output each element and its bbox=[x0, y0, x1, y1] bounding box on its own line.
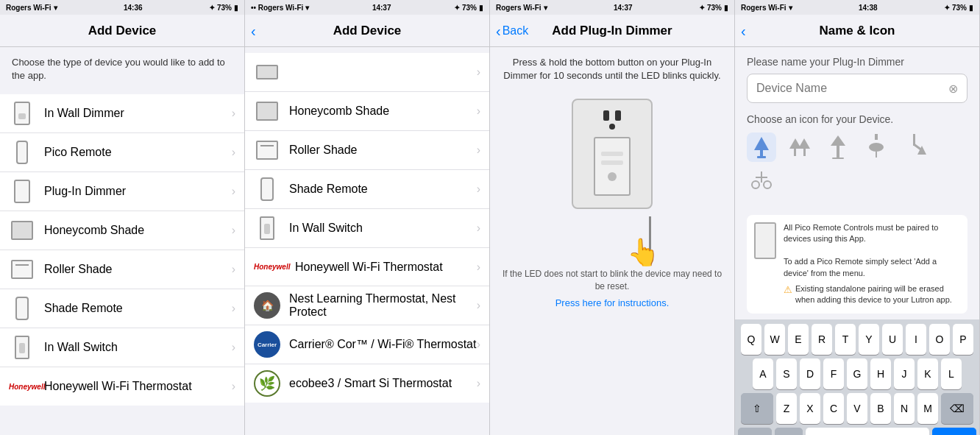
ecobee-icon: 🌿 bbox=[254, 370, 280, 397]
icon-lamp-blue[interactable] bbox=[747, 132, 776, 162]
back-button-2[interactable]: ‹ bbox=[251, 24, 256, 38]
key-s[interactable]: S bbox=[776, 358, 797, 389]
carrier-label: Carrier® Cor™ / Wi-Fi® Thermostat bbox=[289, 338, 477, 351]
list-item-top-partial[interactable]: › bbox=[245, 53, 489, 92]
key-f[interactable]: F bbox=[823, 358, 844, 389]
key-d[interactable]: D bbox=[800, 358, 820, 389]
list-item-shade-remote2[interactable]: Shade Remote › bbox=[245, 170, 489, 209]
list-item-honeycomb2[interactable]: Honeycomb Shade › bbox=[245, 92, 489, 131]
status-bar-2: •• Rogers Wi-Fi ▾ 14:37 ✦ 73%▮ bbox=[245, 0, 489, 15]
svg-rect-9 bbox=[832, 158, 844, 159]
plug-in-dimmer-label: Plug-In Dimmer bbox=[44, 185, 232, 198]
list-item-roller-shade[interactable]: Roller Shade › bbox=[0, 250, 244, 289]
status-bar-4: Rogers Wi-Fi ▾ 14:38 ✦ 73%▮ bbox=[735, 0, 979, 15]
key-x[interactable]: X bbox=[800, 393, 820, 424]
key-p[interactable]: P bbox=[953, 324, 973, 355]
icon-section: Choose an icon for your Device. bbox=[735, 107, 979, 209]
back-button-4[interactable]: ‹ bbox=[741, 24, 746, 38]
in-wall-switch-label-2: In Wall Switch bbox=[289, 222, 477, 235]
list-item-in-wall-dimmer[interactable]: In Wall Dimmer › bbox=[0, 94, 244, 133]
key-u[interactable]: U bbox=[882, 324, 903, 355]
device-name-input[interactable] bbox=[756, 82, 948, 95]
key-b[interactable]: B bbox=[870, 393, 891, 424]
roller-shade-icon bbox=[9, 256, 35, 283]
icon-lamp-cluster[interactable] bbox=[785, 132, 814, 162]
dimmer-button bbox=[608, 172, 617, 181]
key-o[interactable]: O bbox=[929, 324, 950, 355]
warning-icon: ⚠ bbox=[784, 283, 792, 297]
key-w[interactable]: W bbox=[764, 324, 785, 355]
screen-2: •• Rogers Wi-Fi ▾ 14:37 ✦ 73%▮ ‹ Add Dev… bbox=[245, 0, 490, 435]
key-l[interactable]: L bbox=[941, 358, 962, 389]
icon-grid bbox=[747, 132, 967, 162]
instructions-link[interactable]: Press here for instructions. bbox=[555, 297, 670, 308]
nav-title-2: Add Device bbox=[333, 24, 402, 38]
key-shift[interactable]: ⇧ bbox=[741, 393, 773, 424]
key-y[interactable]: Y bbox=[859, 324, 879, 355]
svg-rect-10 bbox=[875, 134, 878, 140]
honeycomb-shade-label-2: Honeycomb Shade bbox=[289, 105, 477, 118]
wifi-icon-4: ▾ bbox=[789, 4, 792, 12]
key-k[interactable]: K bbox=[917, 358, 938, 389]
key-v[interactable]: V bbox=[847, 393, 867, 424]
key-123[interactable]: 123 bbox=[738, 428, 772, 435]
status-left-2: •• Rogers Wi-Fi ▾ bbox=[251, 4, 309, 12]
list-item-carrier[interactable]: Carrier Carrier® Cor™ / Wi-Fi® Thermosta… bbox=[245, 325, 489, 364]
in-wall-dimmer-icon bbox=[9, 100, 35, 127]
bt-icon-3: ✦ bbox=[699, 4, 705, 12]
chevron-icon: › bbox=[477, 183, 480, 196]
icon-floor-lamp[interactable] bbox=[823, 132, 853, 162]
icon-ceiling-lamp[interactable] bbox=[862, 132, 891, 162]
key-n[interactable]: N bbox=[894, 393, 915, 424]
key-h[interactable]: H bbox=[870, 358, 891, 389]
back-button-3[interactable]: ‹ Back bbox=[496, 24, 528, 38]
key-g[interactable]: G bbox=[847, 358, 867, 389]
key-a[interactable]: A bbox=[753, 358, 773, 389]
key-c[interactable]: C bbox=[823, 393, 844, 424]
key-m[interactable]: M bbox=[917, 393, 938, 424]
pico-line1: All Pico Remote Controls must be paired … bbox=[784, 223, 938, 243]
icon-grid-2 bbox=[747, 168, 967, 197]
list-item-honeywell2[interactable]: Honeywell Honeywell Wi-Fi Thermostat › bbox=[245, 248, 489, 286]
roller-shade-icon-2 bbox=[254, 137, 280, 163]
key-r[interactable]: R bbox=[812, 324, 832, 355]
svg-point-19 bbox=[764, 181, 771, 188]
svg-marker-4 bbox=[798, 138, 810, 149]
keyboard: Q W E R T Y U I O P A S D F G H J K L bbox=[735, 319, 979, 435]
key-backspace[interactable]: ⌫ bbox=[941, 393, 973, 424]
key-mic[interactable]: 🎤 bbox=[775, 428, 803, 435]
list-item-shade-remote[interactable]: Shade Remote › bbox=[0, 289, 244, 328]
key-space[interactable]: space bbox=[806, 428, 929, 435]
key-t[interactable]: T bbox=[835, 324, 856, 355]
honeywell-brand-logo: Honeywell bbox=[9, 383, 35, 391]
screen4-content: Please name your Plug-In Dimmer ⊗ Choose… bbox=[735, 47, 979, 435]
intro-text: Choose the type of device you would like… bbox=[0, 47, 244, 88]
floor-lamp-svg bbox=[828, 134, 848, 160]
list-item-plug-in-dimmer[interactable]: Plug-In Dimmer › bbox=[0, 172, 244, 211]
key-q[interactable]: Q bbox=[741, 324, 761, 355]
key-e[interactable]: E bbox=[788, 324, 809, 355]
clear-input-button[interactable]: ⊗ bbox=[948, 82, 958, 96]
nav-bar-3: ‹ Back Add Plug-In Dimmer bbox=[490, 15, 734, 47]
status-bar-3: Rogers Wi-Fi ▾ 14:37 ✦ 73%▮ bbox=[490, 0, 734, 15]
list-item-in-wall-switch2[interactable]: In Wall Switch › bbox=[245, 209, 489, 248]
key-z[interactable]: Z bbox=[776, 393, 797, 424]
svg-rect-5 bbox=[794, 149, 796, 156]
icon-branch-lamp[interactable] bbox=[747, 168, 776, 197]
key-i[interactable]: I bbox=[906, 324, 926, 355]
list-item-honeywell[interactable]: Honeywell Honeywell Wi-Fi Thermostat › bbox=[0, 367, 244, 406]
list-item-nest[interactable]: 🏠 Nest Learning Thermostat, Nest Protect… bbox=[245, 286, 489, 325]
nav-bar-4: ‹ Name & Icon bbox=[735, 15, 979, 47]
list-item-ecobee[interactable]: 🌿 ecobee3 / Smart Si Thermostat › bbox=[245, 364, 489, 403]
key-done[interactable]: Done bbox=[932, 428, 976, 435]
battery-2: 73% bbox=[462, 4, 477, 12]
key-j[interactable]: J bbox=[894, 358, 915, 389]
list-item-pico-remote[interactable]: Pico Remote › bbox=[0, 133, 244, 172]
shade-remote-icon bbox=[9, 295, 35, 322]
list-item-honeycomb-shade[interactable]: Honeycomb Shade › bbox=[0, 211, 244, 250]
icon-arm-lamp[interactable] bbox=[900, 132, 929, 162]
nest-label: Nest Learning Thermostat, Nest Protect bbox=[289, 292, 477, 319]
list-item-in-wall-switch[interactable]: In Wall Switch › bbox=[0, 328, 244, 367]
warning-row: ⚠ Existing standalone pairing will be er… bbox=[784, 283, 960, 306]
list-item-roller-shade2[interactable]: Roller Shade › bbox=[245, 131, 489, 170]
